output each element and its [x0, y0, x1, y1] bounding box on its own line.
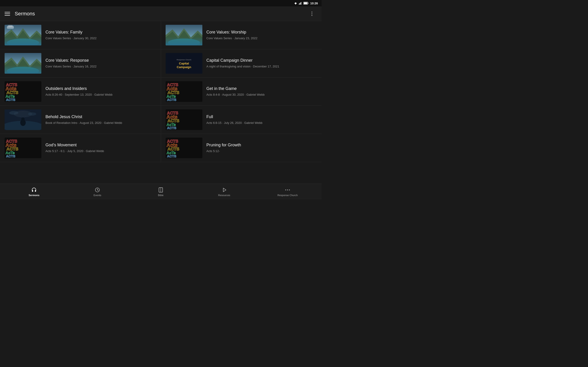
svg-text:ACTS: ACTS — [6, 98, 15, 102]
nav-label-bible: Bible — [158, 194, 164, 197]
svg-point-72 — [289, 190, 290, 190]
sermon-item-5[interactable]: ACTS Acts ACTS AcTs ACTS Outsiders and I… — [0, 77, 161, 106]
sermon-meta-1: Core Values Series · January 30, 2022 — [45, 36, 156, 40]
sermon-info-10: Pruning for Growth Acts 5:12- — [207, 143, 317, 153]
sermon-title-10: Pruning for Growth — [207, 143, 317, 148]
svg-text:Campaign: Campaign — [177, 65, 191, 69]
status-bar: 10:26 — [0, 0, 321, 6]
svg-text:ACTS: ACTS — [6, 154, 15, 158]
nav-item-events[interactable]: Events — [66, 186, 129, 198]
sermon-meta-8: Acts 6:8-15 · July 26, 2020 · Gabriel We… — [207, 121, 317, 125]
sermon-title-7: Behold Jesus Christ — [45, 115, 156, 119]
sermon-thumb-8: ACTS Acts ACTS AcTs ACTS — [166, 109, 202, 130]
sermon-row-3: ACTS Acts ACTS AcTs ACTS Outsiders and I… — [0, 77, 321, 106]
nav-item-bible[interactable]: Bible — [129, 186, 192, 198]
sermon-thumb-7 — [5, 109, 41, 130]
svg-text:Response Church: Response Church — [176, 59, 191, 61]
svg-point-21 — [7, 67, 39, 74]
sermon-thumb-9: ACTS Acts ACTS AcTs ACTS — [5, 138, 41, 158]
bottom-navigation: Sermons Events Bible Resources Response … — [0, 184, 321, 200]
headphones-icon — [31, 187, 37, 193]
sermon-item-4[interactable]: Response Church Capital Campaign Capital… — [161, 49, 322, 77]
sermon-title-1: Core Values: Family — [45, 30, 156, 35]
sermon-title-2: Core Values: Worship — [207, 30, 317, 35]
sermon-row-4: Behold Jesus Christ Book of Revelation I… — [0, 106, 321, 134]
sermon-meta-9: Acts 5:17 - 6:1 · July 5, 2020 · Gabriel… — [45, 149, 156, 153]
svg-point-42 — [21, 117, 25, 121]
svg-rect-7 — [308, 3, 308, 4]
sermon-info-9: God's Movement Acts 5:17 - 6:1 · July 5,… — [45, 143, 156, 153]
svg-point-17 — [168, 39, 200, 45]
nav-item-resources[interactable]: Resources — [192, 186, 256, 198]
svg-rect-4 — [301, 2, 301, 5]
svg-text:Capital: Capital — [179, 62, 189, 65]
sermon-title-5: Outsiders and Insiders — [45, 86, 156, 91]
more-options-button[interactable]: ⋮ — [307, 10, 317, 18]
sermon-item-7[interactable]: Behold Jesus Christ Book of Revelation I… — [0, 106, 161, 134]
sermon-info-3: Core Values: Response Core Values Series… — [45, 58, 156, 69]
svg-rect-2 — [300, 3, 300, 5]
svg-rect-1 — [299, 4, 299, 5]
sermon-thumb-1 — [5, 25, 41, 45]
sermon-item-2[interactable]: Core Values: Worship Core Values Series … — [161, 21, 322, 49]
nav-label-events: Events — [94, 194, 101, 197]
sermon-meta-5: Acts 8:26-40 · September 13, 2020 · Gabr… — [45, 93, 156, 97]
sermon-item-10[interactable]: ACTS Acts ACTS AcTs ACTS Pruning for Gro… — [161, 134, 322, 162]
sermon-thumb-3 — [5, 53, 41, 74]
nav-label-resources: Resources — [218, 194, 230, 197]
sermon-thumb-6: ACTS Acts ACTS AcTs ACTS — [166, 81, 202, 102]
sermon-meta-10: Acts 5:12- — [207, 149, 317, 153]
page-title: Sermons — [15, 11, 35, 17]
nav-item-sermons[interactable]: Sermons — [2, 186, 66, 198]
status-time: 10:26 — [310, 2, 318, 5]
sermon-meta-6: Acts 8:4-8 · August 30, 2020 · Gabriel W… — [207, 93, 317, 97]
sermon-item-8[interactable]: ACTS Acts ACTS AcTs ACTS Full Acts 6:8-1… — [161, 106, 322, 134]
sermon-info-6: Get in the Game Acts 8:4-8 · August 30, … — [207, 86, 317, 97]
sermon-thumb-10: ACTS Acts ACTS AcTs ACTS — [166, 138, 202, 158]
sermon-meta-2: Core Values Series · January 23, 2022 — [207, 36, 317, 40]
svg-text:ACTS: ACTS — [167, 98, 176, 102]
svg-point-44 — [9, 111, 18, 115]
sermon-thumb-4: Response Church Capital Campaign — [166, 53, 202, 74]
sermon-thumb-5: ACTS Acts ACTS AcTs ACTS — [5, 81, 41, 102]
svg-text:ACTS: ACTS — [167, 126, 176, 130]
sermon-title-9: God's Movement — [45, 143, 156, 148]
svg-point-45 — [28, 112, 36, 116]
more-dots-icon — [285, 187, 291, 193]
svg-point-70 — [285, 190, 286, 190]
sermon-info-1: Core Values: Family Core Values Series ·… — [45, 30, 156, 40]
sermon-item-3[interactable]: Core Values: Response Core Values Series… — [0, 49, 161, 77]
nav-item-church[interactable]: Response Church — [256, 186, 319, 198]
sermon-item-1[interactable]: Core Values: Family Core Values Series ·… — [0, 21, 161, 49]
sermon-title-6: Get in the Game — [207, 86, 317, 91]
sermon-info-5: Outsiders and Insiders Acts 8:26-40 · Se… — [45, 86, 156, 97]
svg-line-66 — [97, 190, 98, 190]
sermon-row-5: ACTS Acts ACTS AcTs ACTS God's Movement … — [0, 134, 321, 162]
resources-icon — [221, 187, 227, 193]
sermon-meta-7: Book of Revelation Intro · August 23, 20… — [45, 121, 156, 125]
sermon-info-2: Core Values: Worship Core Values Series … — [207, 30, 317, 40]
signal-icon — [299, 2, 302, 5]
sermon-info-4: Capital Campaign Dinner A night of thank… — [207, 58, 317, 69]
svg-marker-69 — [223, 188, 226, 192]
svg-marker-0 — [294, 2, 297, 5]
sermon-info-8: Full Acts 6:8-15 · July 26, 2020 · Gabri… — [207, 115, 317, 125]
sermon-thumb-2 — [166, 25, 202, 45]
sermon-title-3: Core Values: Response — [45, 58, 156, 63]
sermon-item-9[interactable]: ACTS Acts ACTS AcTs ACTS God's Movement … — [0, 134, 161, 162]
svg-rect-13 — [8, 25, 13, 27]
nav-label-sermons: Sermons — [28, 194, 39, 197]
sermon-item-6[interactable]: ACTS Acts ACTS AcTs ACTS Get in the Game… — [161, 77, 322, 106]
sermon-row-1: Core Values: Family Core Values Series ·… — [0, 21, 321, 49]
sermon-row-2: Core Values: Response Core Values Series… — [0, 49, 321, 77]
sermon-list: Core Values: Family Core Values Series ·… — [0, 21, 321, 184]
svg-rect-6 — [304, 2, 307, 4]
sermon-title-8: Full — [207, 115, 317, 119]
sermon-meta-4: A night of thanksgiving and vision · Dec… — [207, 65, 317, 69]
svg-point-71 — [287, 190, 288, 190]
svg-text:ACTS: ACTS — [167, 154, 176, 158]
svg-point-11 — [7, 39, 39, 45]
bible-icon — [158, 187, 164, 193]
sermon-title-4: Capital Campaign Dinner — [207, 58, 317, 63]
menu-button[interactable] — [5, 12, 10, 16]
